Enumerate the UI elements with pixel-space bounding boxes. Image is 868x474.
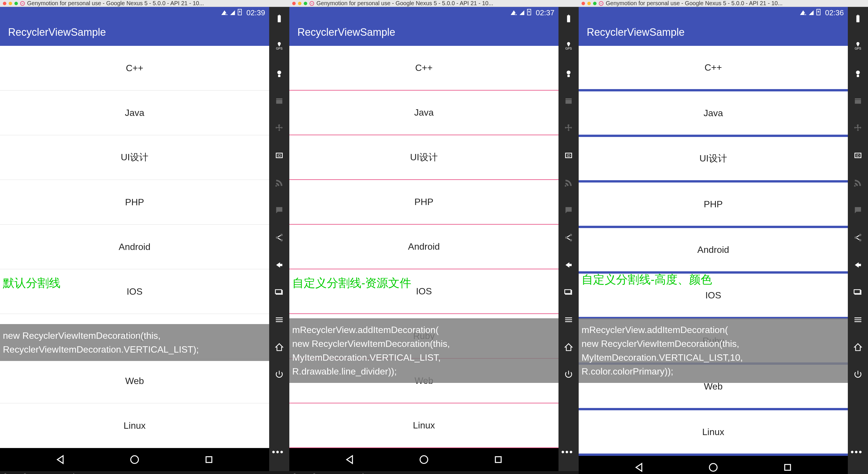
clapper-icon[interactable] (274, 95, 285, 107)
id-icon[interactable]: ID (852, 150, 864, 161)
traffic-lights[interactable] (582, 2, 596, 5)
list-item[interactable]: Linux (289, 403, 558, 448)
power-icon[interactable] (852, 369, 864, 380)
nav-recent-button[interactable] (782, 462, 793, 473)
minimize-window-icon[interactable] (298, 2, 302, 5)
svg-point-27 (570, 239, 572, 241)
nav-recent-button[interactable] (493, 454, 504, 465)
list-item[interactable]: Linux (0, 403, 269, 448)
home-icon[interactable] (274, 342, 285, 353)
wifi-icon: ! (221, 9, 242, 17)
list-item[interactable]: PHP (289, 180, 558, 225)
menu-icon[interactable] (852, 314, 864, 326)
list-item[interactable]: C++ (0, 46, 269, 91)
minimize-window-icon[interactable] (9, 2, 12, 5)
menu-icon[interactable] (274, 314, 285, 326)
chat-icon[interactable] (563, 204, 575, 216)
nav-home-button[interactable] (418, 454, 430, 465)
svg-point-11 (276, 236, 278, 239)
nav-home-button[interactable] (129, 454, 141, 465)
move-icon[interactable] (274, 122, 285, 134)
maximize-window-icon[interactable] (593, 2, 596, 5)
share-icon[interactable] (563, 232, 575, 243)
list-item[interactable]: PHP (579, 182, 848, 228)
nav-back-button[interactable] (55, 454, 66, 465)
traffic-lights[interactable] (3, 2, 18, 5)
list-item[interactable]: C++ (289, 46, 558, 91)
power-icon[interactable] (274, 369, 285, 380)
traffic-lights[interactable] (292, 2, 307, 5)
list-item[interactable]: Java (289, 91, 558, 135)
id-icon[interactable]: ID (563, 150, 575, 161)
menu-icon[interactable] (563, 314, 575, 326)
list-item[interactable]: Java (0, 91, 269, 135)
multi-icon[interactable] (563, 287, 575, 298)
back-icon[interactable] (563, 259, 575, 271)
back-icon[interactable] (274, 259, 285, 271)
clapper-icon[interactable] (852, 95, 864, 107)
list-item[interactable]: Android (289, 225, 558, 269)
mac-titlebar: ∞ Genymotion for personal use - Google N… (289, 0, 579, 7)
close-window-icon[interactable] (292, 2, 296, 5)
recycler-view[interactable]: C++JavaUI设计PHPAndroidIOSRubyWebLinux默认分割… (0, 46, 269, 448)
share-icon[interactable] (274, 232, 285, 243)
nav-home-button[interactable] (708, 462, 719, 473)
close-window-icon[interactable] (3, 2, 6, 5)
recycler-view[interactable]: C++JavaUI设计PHPAndroidIOSRubyWebLinux自定义分… (579, 46, 848, 456)
list-item[interactable]: UI设计 (289, 135, 558, 180)
gps-icon[interactable]: GPS (852, 40, 864, 52)
gps-icon[interactable]: GPS (563, 40, 575, 52)
recycler-view[interactable]: C++JavaUI设计PHPAndroidIOSRubyWebLinux自定义分… (289, 46, 558, 448)
move-icon[interactable] (563, 122, 575, 134)
camera-icon[interactable] (274, 67, 285, 79)
rss-icon[interactable] (274, 177, 285, 188)
rss-icon[interactable] (852, 177, 864, 188)
more-icon[interactable]: ••• (850, 447, 866, 457)
camera-icon[interactable] (563, 67, 575, 79)
nav-recent-button[interactable] (203, 454, 215, 465)
list-item[interactable]: Android (579, 228, 848, 274)
list-item[interactable]: Linux (579, 410, 848, 456)
nav-back-button[interactable] (633, 462, 645, 473)
list-item[interactable]: UI设计 (579, 137, 848, 182)
list-item[interactable]: PHP (0, 180, 269, 225)
chat-icon[interactable] (852, 204, 864, 216)
list-item[interactable]: Web (0, 359, 269, 403)
close-window-icon[interactable] (582, 2, 585, 5)
battery-icon[interactable] (274, 13, 285, 24)
list-item[interactable]: Java (579, 91, 848, 137)
svg-text:GPS: GPS (565, 47, 572, 50)
list-item[interactable]: Android (0, 225, 269, 269)
back-icon[interactable] (852, 259, 864, 271)
home-icon[interactable] (563, 342, 575, 353)
maximize-window-icon[interactable] (304, 2, 307, 5)
list-item[interactable]: C++ (579, 46, 848, 91)
android-status-bar[interactable]: ! 02:37 (289, 7, 558, 19)
list-item[interactable]: UI设计 (0, 135, 269, 180)
battery-icon[interactable] (852, 13, 864, 24)
nav-back-button[interactable] (344, 454, 355, 465)
multi-icon[interactable] (274, 287, 285, 298)
clapper-icon[interactable] (563, 95, 575, 107)
status-time: 02:39 (246, 8, 265, 17)
footer-text: free for personal use (3, 471, 93, 474)
minimize-window-icon[interactable] (587, 2, 591, 5)
phone-screen: ! 02:37RecyclerViewSampleC++JavaUI设计PHPA… (289, 7, 558, 471)
maximize-window-icon[interactable] (14, 2, 18, 5)
battery-icon[interactable] (563, 13, 575, 24)
move-icon[interactable] (852, 122, 864, 134)
power-icon[interactable] (563, 369, 575, 380)
id-icon[interactable]: ID (274, 150, 285, 161)
android-status-bar[interactable]: ! 02:39 (0, 7, 269, 19)
more-icon[interactable]: ••• (272, 447, 287, 457)
share-icon[interactable] (852, 232, 864, 243)
rss-icon[interactable] (563, 177, 575, 188)
gps-icon[interactable]: GPS (274, 40, 285, 52)
more-icon[interactable]: ••• (561, 447, 576, 457)
home-icon[interactable] (852, 342, 864, 353)
multi-icon[interactable] (852, 287, 864, 298)
android-status-bar[interactable]: ! 02:36 (579, 7, 848, 19)
android-nav-bar (579, 456, 848, 474)
chat-icon[interactable] (274, 204, 285, 216)
camera-icon[interactable] (852, 67, 864, 79)
